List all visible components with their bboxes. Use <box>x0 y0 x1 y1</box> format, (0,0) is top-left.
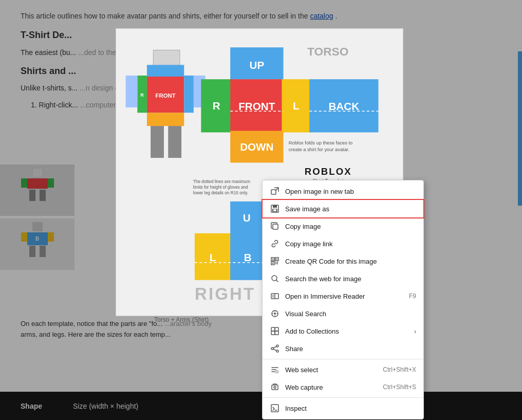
web-select-label: Web select <box>285 366 383 374</box>
menu-item-web-select[interactable]: Web select Ctrl+Shift+X <box>263 361 423 378</box>
svg-text:lower leg details on R15 only.: lower leg details on R15 only. <box>193 191 248 195</box>
menu-item-open-new-tab[interactable]: Open image in new tab <box>263 182 423 200</box>
svg-text:R: R <box>140 93 144 98</box>
svg-rect-92 <box>271 327 275 331</box>
svg-text:BACK: BACK <box>328 100 359 112</box>
menu-item-share[interactable]: Share <box>263 340 423 357</box>
link-icon <box>270 239 280 249</box>
copy-icon <box>270 221 280 231</box>
svg-rect-69 <box>273 224 278 229</box>
web-select-shortcut: Ctrl+Shift+X <box>383 366 416 373</box>
inspect-label: Inspect <box>285 405 416 412</box>
copy-image-link-label: Copy image link <box>285 240 416 248</box>
svg-text:ROBLOX: ROBLOX <box>305 166 352 177</box>
svg-rect-26 <box>151 126 164 158</box>
image-caption: Torso + Arms (Shirt) <box>154 316 209 323</box>
svg-text:The dotted lines are maximum: The dotted lines are maximum <box>193 179 250 184</box>
svg-rect-76 <box>275 262 276 263</box>
svg-text:create a shirt for your avatar: create a shirt for your avatar. <box>289 147 349 152</box>
menu-item-search-web[interactable]: Search the web for image <box>263 270 423 287</box>
add-collections-label: Add to Collections <box>285 327 414 335</box>
search-icon <box>270 273 280 284</box>
svg-point-103 <box>274 387 276 389</box>
menu-item-visual-search[interactable]: Visual Search <box>263 305 423 322</box>
collections-arrow: › <box>414 327 416 335</box>
save-image-label: Save image as <box>285 205 416 213</box>
open-immersive-label: Open in Immersive Reader <box>285 293 409 300</box>
svg-point-98 <box>271 348 273 350</box>
open-new-tab-label: Open image in new tab <box>285 188 416 195</box>
external-link-icon <box>270 186 280 196</box>
svg-point-97 <box>276 350 278 352</box>
create-qr-label: Create QR Code for this image <box>285 258 416 265</box>
save-icon <box>270 204 280 214</box>
menu-separator <box>263 359 423 359</box>
menu-separator-2 <box>263 397 423 398</box>
svg-rect-24 <box>126 76 138 107</box>
svg-point-96 <box>276 345 278 347</box>
svg-rect-95 <box>275 331 278 335</box>
svg-text:FRONT: FRONT <box>238 100 275 112</box>
svg-point-87 <box>274 313 276 315</box>
svg-rect-74 <box>276 259 277 260</box>
menu-item-add-collections[interactable]: Add to Collections › <box>263 322 423 340</box>
svg-rect-27 <box>168 126 181 158</box>
search-web-label: Search the web for image <box>285 275 416 283</box>
svg-text:R: R <box>213 100 220 112</box>
svg-rect-104 <box>271 405 278 412</box>
svg-text:DOWN: DOWN <box>240 141 273 153</box>
menu-item-create-qr[interactable]: Create QR Code for this image <box>263 252 423 270</box>
share-icon <box>270 343 280 354</box>
web-select-icon <box>270 364 280 375</box>
svg-text:L: L <box>210 251 216 263</box>
menu-item-copy-image-link[interactable]: Copy image link <box>263 235 423 252</box>
visual-search-label: Visual Search <box>285 310 416 318</box>
qr-icon <box>270 256 280 266</box>
menu-item-open-immersive[interactable]: Open in Immersive Reader F9 <box>263 287 423 305</box>
svg-text:B: B <box>244 251 252 263</box>
svg-rect-101 <box>275 370 278 373</box>
menu-item-copy-image[interactable]: Copy image <box>263 217 423 235</box>
context-menu: Open image in new tab Save image as Copy… <box>262 180 424 419</box>
web-capture-icon <box>270 382 280 392</box>
svg-rect-68 <box>273 209 276 211</box>
svg-text:Roblox folds up these faces to: Roblox folds up these faces to <box>289 140 352 145</box>
reader-icon <box>270 291 280 301</box>
svg-rect-23 <box>147 113 184 126</box>
svg-text:TORSO: TORSO <box>307 45 348 58</box>
svg-text:U: U <box>243 212 251 224</box>
svg-rect-93 <box>275 327 278 331</box>
collections-icon <box>270 326 280 336</box>
web-capture-shortcut: Ctrl+Shift+S <box>383 384 416 391</box>
svg-rect-102 <box>272 385 278 390</box>
svg-rect-79 <box>277 262 278 263</box>
share-label: Share <box>285 345 416 353</box>
menu-item-web-capture[interactable]: Web capture Ctrl+Shift+S <box>263 378 423 396</box>
svg-text:FRONT: FRONT <box>156 93 176 99</box>
visual-search-icon <box>270 308 280 319</box>
immersive-shortcut: F9 <box>409 293 416 300</box>
svg-rect-22 <box>147 65 184 77</box>
svg-rect-78 <box>275 263 276 264</box>
svg-rect-75 <box>272 263 273 264</box>
svg-line-100 <box>273 349 276 351</box>
svg-rect-73 <box>272 259 273 260</box>
web-capture-label: Web capture <box>285 384 383 391</box>
svg-rect-77 <box>277 263 278 264</box>
svg-line-99 <box>273 346 276 348</box>
menu-item-inspect[interactable]: Inspect <box>263 399 423 417</box>
svg-text:limits for height of gloves an: limits for height of gloves and <box>193 185 248 190</box>
svg-rect-21 <box>184 76 194 113</box>
copy-image-label: Copy image <box>285 223 416 230</box>
svg-text:UP: UP <box>249 59 264 71</box>
svg-rect-94 <box>271 331 275 335</box>
svg-text:L: L <box>293 100 300 112</box>
svg-rect-66 <box>273 205 277 208</box>
inspect-icon <box>270 403 280 413</box>
menu-item-save-image[interactable]: Save image as <box>263 200 423 217</box>
